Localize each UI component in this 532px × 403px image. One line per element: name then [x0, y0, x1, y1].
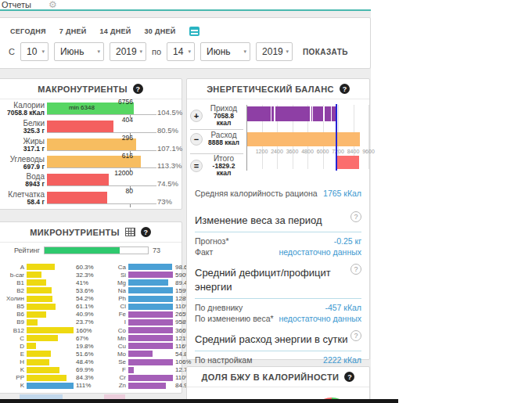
macro-axis-line	[47, 114, 156, 115]
micro-name: B1	[2, 279, 24, 286]
rating-value: 73	[153, 246, 160, 254]
micro-bar-track	[128, 311, 173, 318]
micro-bar-track	[27, 272, 74, 278]
micro-bar-track	[27, 296, 74, 302]
micro-name: Ca	[105, 264, 126, 271]
macro-norm-value: 296	[47, 134, 133, 142]
micro-percent: 67%	[76, 335, 102, 342]
macro-percent: 74.5%	[153, 173, 182, 188]
quick-range-14d[interactable]: 14 ДНЕЙ	[100, 27, 131, 35]
bju-share-card: ДОЛЯ БЖУ В КАЛОРИЙНОСТИ ?	[186, 366, 370, 403]
from-day-select[interactable]: 10▾	[20, 42, 49, 61]
micro-bar-track	[27, 264, 74, 270]
to-day-select[interactable]: 14▾	[167, 42, 195, 61]
prihod-segment-divider	[271, 106, 272, 121]
from-month-select[interactable]: Июнь▾	[54, 42, 104, 61]
chevron-down-icon: ▾	[41, 49, 45, 55]
micronutrients-title: МИКРОНУТРИЕНТЫ	[30, 228, 120, 237]
from-year-select[interactable]: 2019▾	[110, 42, 146, 61]
micro-percent: 54.2%	[76, 295, 102, 302]
question-outline-icon[interactable]: ?	[350, 264, 361, 275]
stats-label: По дневнику	[195, 302, 243, 313]
micro-name: C	[2, 335, 24, 342]
micro-bar	[128, 359, 173, 365]
micro-bar	[128, 351, 153, 357]
help-icon[interactable]: ?	[340, 84, 350, 94]
micro-percent: 111%	[76, 382, 102, 389]
micro-bar	[128, 327, 173, 333]
stats-label: Факт	[195, 246, 213, 257]
quick-range-7d[interactable]: 7 ДНЕЙ	[59, 27, 87, 35]
macro-amount: 697.9 г	[0, 164, 45, 171]
to-year-select-value: 2019	[262, 46, 283, 57]
macro-amount: 325.3 г	[0, 128, 45, 135]
macro-norm-value: 6756	[47, 98, 133, 106]
micro-bar-track	[128, 319, 173, 326]
help-icon[interactable]: ?	[141, 227, 151, 237]
micro-bar-track	[128, 272, 173, 278]
minus-icon: −	[190, 133, 203, 146]
micro-name: I	[105, 318, 126, 326]
macronutrients-chart: Калории7058.8 кКалmin 63486756104.5%Белк…	[0, 100, 178, 207]
question-outline-icon[interactable]: ?	[350, 211, 361, 222]
stats-label: Прогноз*	[195, 236, 228, 246]
micro-name: B6	[2, 311, 24, 318]
micro-percent: 48.4%	[76, 358, 102, 365]
quick-range-today[interactable]: СЕГОДНЯ	[10, 27, 46, 35]
micro-bar-track	[128, 343, 173, 349]
micro-bar	[27, 343, 36, 349]
micronutrients-card: МИКРОНУТРИЕНТЫ ? Рейтинг 73 A60.3%Ca98.6…	[0, 221, 182, 394]
micro-bar-track	[27, 335, 74, 341]
micro-bar-track	[27, 304, 74, 310]
energy-legend-row: −Расход8888 ккал	[190, 131, 242, 146]
micro-name: B5	[2, 303, 24, 310]
micro-name: Se	[105, 358, 126, 365]
micro-name: Co	[105, 327, 126, 334]
micro-bar	[27, 264, 55, 270]
micronutrients-chart: A60.3%Ca98.6%b-car32.3%Si590%B141%Mg89.4…	[2, 263, 180, 390]
stats-row: По дневнику-457 кКал	[195, 302, 361, 313]
macro-bar-zone: 80	[47, 189, 150, 207]
macro-row-label: Вода8943 г	[0, 171, 45, 189]
show-button[interactable]: ПОКАЗАТЬ	[303, 48, 348, 56]
macro-amount: 58.4 г	[0, 199, 45, 206]
micro-bar	[128, 296, 173, 302]
avg-calories-row: Средняя калорийность рациона 1765 кКал	[195, 185, 361, 205]
micro-bar-track	[128, 367, 173, 373]
equals-icon: =	[190, 160, 203, 172]
date-range-row: С10▾Июнь▾2019▾по14▾Июнь▾2019▾ПОКАЗАТЬ	[0, 36, 370, 61]
energy-legend-row: =Итого-1829.2 ккал	[190, 155, 242, 177]
axis-tick-label: 9600	[362, 149, 375, 154]
micro-name: H	[2, 358, 24, 365]
to-year-select[interactable]: 2019▾	[256, 42, 293, 61]
macro-percent: 73%	[153, 191, 182, 206]
stats-section-header: Средний расход энергии в сутки?	[195, 328, 361, 351]
legend-divider	[190, 153, 243, 154]
rating-row: Рейтинг 73	[1, 246, 177, 254]
micro-bar	[27, 327, 74, 333]
prihod-segment-divider	[331, 106, 332, 121]
help-icon[interactable]: ?	[133, 84, 143, 94]
table-icon[interactable]	[125, 228, 135, 236]
rashod-bar	[247, 132, 360, 146]
gear-icon[interactable]: ⚙	[49, 1, 57, 9]
micro-name: Na	[105, 287, 126, 294]
energy-legend-text: Расход8888 ккал	[206, 131, 242, 146]
micro-bar-track	[27, 343, 74, 349]
micro-bar-track	[128, 287, 173, 293]
question-outline-icon[interactable]: ?	[350, 330, 361, 341]
macro-axis-line	[47, 203, 156, 204]
quick-range-30d[interactable]: 30 ДНЕЙ	[145, 27, 176, 35]
help-icon[interactable]: ?	[344, 372, 354, 382]
to-month-select[interactable]: Июнь▾	[200, 42, 250, 61]
macro-norm-value: 12000	[47, 169, 133, 177]
axis-tick-label: 1200	[256, 149, 268, 154]
itogo-bar	[336, 156, 360, 169]
calendar-icon[interactable]	[189, 27, 200, 36]
macro-row-label: Углеводы697.9 г	[0, 154, 45, 172]
micro-percent: 84.3%	[76, 374, 102, 381]
macro-norm-tick	[130, 204, 131, 207]
quick-range-row: СЕГОДНЯ7 ДНЕЙ14 ДНЕЙ30 ДНЕЙ	[0, 18, 370, 36]
micro-name: A	[2, 264, 24, 271]
micro-percent: 69.9%	[76, 366, 102, 373]
